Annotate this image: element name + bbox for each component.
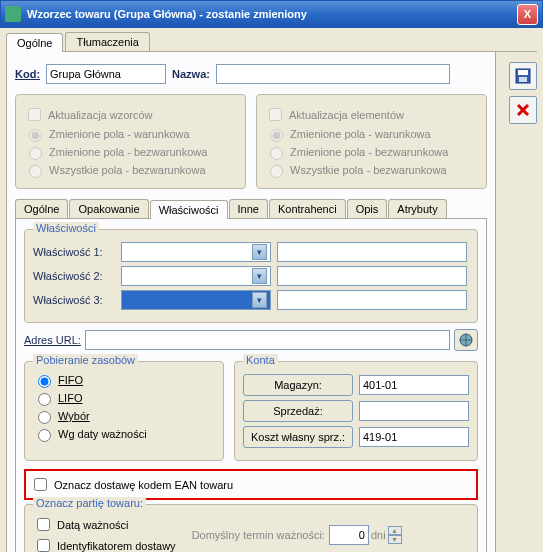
chevron-down-icon[interactable]: ▾ (252, 292, 267, 308)
url-browse-button[interactable] (454, 329, 478, 351)
wgdaty-label: Wg daty ważności (58, 428, 147, 440)
tab2-ogolne[interactable]: Ogólne (15, 199, 68, 218)
url-input[interactable] (85, 330, 450, 350)
expiry-unit: dni (371, 529, 386, 541)
batch-id-check[interactable] (37, 539, 50, 552)
tab2-wlasciwosci[interactable]: Właściwości (150, 200, 228, 219)
nazwa-label: Nazwa: (172, 68, 210, 80)
lifo-label: LIFO (58, 392, 82, 404)
props-title: Właściwości (33, 222, 99, 234)
ean-highlight: Oznacz dostawę kodem EAN towaru (24, 469, 478, 500)
tab2-inne[interactable]: Inne (229, 199, 268, 218)
prop3-text[interactable] (277, 290, 467, 310)
prop1-combo[interactable]: ▾ (121, 242, 271, 262)
sub-tabs: Ogólne Opakowanie Właściwości Inne Kontr… (15, 199, 487, 218)
expiry-input[interactable] (329, 525, 369, 545)
el-r2 (270, 147, 283, 160)
wz-r3 (29, 165, 42, 178)
prop1-label: Właściwość 1: (33, 246, 115, 258)
koszt-button[interactable]: Koszt własny sprz.: (243, 426, 353, 448)
batch-date-check[interactable] (37, 518, 50, 531)
tab-tlumaczenia[interactable]: Tłumaczenia (65, 32, 149, 51)
tab2-atrybuty[interactable]: Atrybuty (388, 199, 446, 218)
app-icon (5, 6, 21, 22)
wybor-label: Wybór (58, 410, 90, 422)
sprzedaz-button[interactable]: Sprzedaż: (243, 400, 353, 422)
tab2-opakowanie[interactable]: Opakowanie (69, 199, 148, 218)
koszt-input[interactable] (359, 427, 469, 447)
chevron-down-icon[interactable]: ▾ (252, 268, 267, 284)
el-r2-label: Zmienione pola - bezwarunkowa (290, 146, 448, 158)
url-label: Adres URL: (24, 334, 81, 346)
nazwa-input[interactable] (216, 64, 450, 84)
batch-date-label: Datą ważności (57, 519, 129, 531)
svg-rect-2 (519, 77, 527, 82)
globe-icon (459, 333, 473, 347)
spin-down[interactable]: ▼ (388, 535, 402, 544)
el-r1-label: Zmienione pola - warunkowa (290, 128, 431, 140)
update-elementow-check (269, 108, 282, 121)
tab2-kontrahenci[interactable]: Kontrahenci (269, 199, 346, 218)
batch-title: Oznacz partię towaru: (33, 497, 146, 509)
wgdaty-radio[interactable] (38, 429, 51, 442)
expiry-label: Domyślny termin ważności: (192, 529, 325, 541)
x-icon (515, 102, 531, 118)
tab-ogolne[interactable]: Ogólne (6, 33, 63, 52)
lifo-radio[interactable] (38, 393, 51, 406)
chevron-down-icon[interactable]: ▾ (252, 244, 267, 260)
fifo-radio[interactable] (38, 375, 51, 388)
prop1-text[interactable] (277, 242, 467, 262)
sprzedaz-input[interactable] (359, 401, 469, 421)
close-button[interactable]: X (517, 4, 538, 25)
prop2-combo[interactable]: ▾ (121, 266, 271, 286)
spin-up[interactable]: ▲ (388, 526, 402, 535)
ean-label: Oznacz dostawę kodem EAN towaru (54, 479, 233, 491)
fifo-label: FIFO (58, 374, 83, 386)
main-tabs: Ogólne Tłumaczenia (6, 32, 537, 52)
update-wzorcow-label: Aktualizacja wzorców (48, 109, 153, 121)
tab2-opis[interactable]: Opis (347, 199, 388, 218)
prop3-combo[interactable]: ▾ (121, 290, 271, 310)
wybor-radio[interactable] (38, 411, 51, 424)
batch-id-label: Identyfikatorem dostawy (57, 540, 176, 552)
prop3-label: Właściwość 3: (33, 294, 115, 306)
konta-title: Konta (243, 354, 278, 366)
el-r1 (270, 129, 283, 142)
wz-r2 (29, 147, 42, 160)
el-r3-label: Wszystkie pola - bezwarunkowa (290, 164, 447, 176)
ean-check[interactable] (34, 478, 47, 491)
el-r3 (270, 165, 283, 178)
title-bar: Wzorzec towaru (Grupa Główna) - zostanie… (0, 0, 543, 28)
prop2-text[interactable] (277, 266, 467, 286)
update-wzorcow-check (28, 108, 41, 121)
svg-rect-1 (518, 70, 528, 75)
wz-r1 (29, 129, 42, 142)
wz-r2-label: Zmienione pola - bezwarunkowa (49, 146, 207, 158)
magazyn-button[interactable]: Magazyn: (243, 374, 353, 396)
wz-r3-label: Wszystkie pola - bezwarunkowa (49, 164, 206, 176)
kod-input[interactable] (46, 64, 166, 84)
save-button[interactable] (509, 62, 537, 90)
floppy-icon (515, 68, 531, 84)
prop2-label: Właściwość 2: (33, 270, 115, 282)
magazyn-input[interactable] (359, 375, 469, 395)
cancel-button[interactable] (509, 96, 537, 124)
window-title: Wzorzec towaru (Grupa Główna) - zostanie… (27, 8, 517, 20)
fetch-title: Pobieranie zasobów (33, 354, 138, 366)
wz-r1-label: Zmienione pola - warunkowa (49, 128, 190, 140)
kod-label: Kod: (15, 68, 40, 80)
update-elementow-label: Aktualizacja elementów (289, 109, 404, 121)
